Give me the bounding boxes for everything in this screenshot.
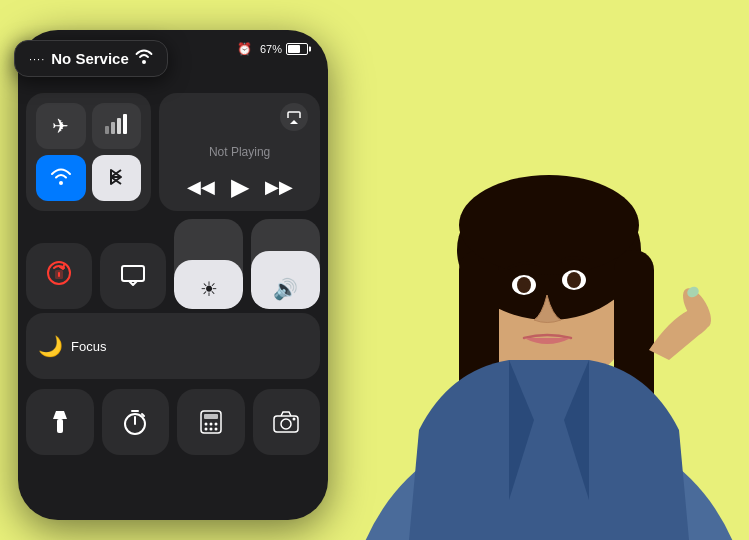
- cellular-button[interactable]: [92, 103, 142, 149]
- moon-icon: 🌙: [38, 334, 63, 358]
- flashlight-button[interactable]: [26, 389, 94, 455]
- brightness-icon: ☀: [200, 277, 218, 301]
- cellular-icon: [105, 114, 127, 139]
- svg-rect-15: [117, 118, 121, 134]
- svg-rect-20: [57, 419, 63, 433]
- signal-dots: ····: [29, 53, 45, 65]
- battery-fill: [288, 45, 300, 53]
- lock-rotation-icon: [46, 260, 72, 292]
- svg-rect-13: [105, 126, 109, 134]
- svg-point-24: [204, 423, 207, 426]
- battery-indicator: ⏰ 67%: [237, 42, 308, 56]
- battery-icon: [286, 43, 308, 55]
- not-playing-label: Not Playing: [171, 141, 308, 163]
- no-service-label: No Service: [51, 50, 129, 67]
- lock-rotation-button[interactable]: [26, 243, 92, 309]
- svg-point-26: [214, 423, 217, 426]
- rewind-button[interactable]: ◀◀: [187, 176, 215, 198]
- svg-point-32: [293, 418, 296, 421]
- person-image: [269, 0, 749, 540]
- control-center-grid: ✈: [18, 85, 328, 463]
- airplay-button[interactable]: [280, 103, 308, 131]
- airplane-icon: ✈: [52, 114, 69, 138]
- calculator-button[interactable]: [177, 389, 245, 455]
- airplane-mode-button[interactable]: ✈: [36, 103, 86, 149]
- svg-point-10: [567, 272, 581, 288]
- media-top: [171, 103, 308, 131]
- svg-point-25: [209, 423, 212, 426]
- camera-button[interactable]: [253, 389, 321, 455]
- connectivity-group: ✈: [26, 93, 151, 211]
- status-popup: ···· No Service: [14, 40, 168, 77]
- wifi-icon: [135, 49, 153, 68]
- battery-percent: 67%: [260, 43, 282, 55]
- row-lock-sliders: ☀ 🔊: [26, 219, 320, 309]
- bluetooth-button[interactable]: [92, 155, 142, 201]
- svg-point-31: [281, 419, 291, 429]
- row-connectivity-media: ✈: [26, 93, 320, 211]
- focus-button[interactable]: 🌙 Focus: [26, 313, 320, 379]
- svg-point-28: [209, 428, 212, 431]
- svg-point-27: [204, 428, 207, 431]
- svg-rect-16: [123, 114, 127, 134]
- media-tile: Not Playing ◀◀ ▶ ▶▶: [159, 93, 320, 211]
- phone-panel: ⏰ 67% ✈: [18, 30, 328, 520]
- timer-button[interactable]: [102, 389, 170, 455]
- mirror-icon: [120, 260, 146, 292]
- svg-point-6: [459, 175, 639, 275]
- fast-forward-button[interactable]: ▶▶: [265, 176, 293, 198]
- svg-point-29: [214, 428, 217, 431]
- bluetooth-icon: [108, 165, 124, 192]
- screen-mirror-button[interactable]: [100, 243, 166, 309]
- svg-point-8: [517, 277, 531, 293]
- bottom-tools-row: [26, 389, 320, 455]
- clock-icon: ⏰: [237, 42, 252, 56]
- volume-icon: 🔊: [273, 277, 298, 301]
- row-focus: 🌙 Focus: [26, 313, 320, 379]
- svg-rect-23: [204, 414, 218, 419]
- media-controls: ◀◀ ▶ ▶▶: [171, 173, 308, 201]
- brightness-slider[interactable]: ☀: [174, 219, 243, 309]
- svg-rect-14: [111, 122, 115, 134]
- wifi-button[interactable]: [36, 155, 86, 201]
- svg-rect-19: [122, 266, 144, 281]
- volume-slider[interactable]: 🔊: [251, 219, 320, 309]
- wifi-icon: [50, 167, 72, 190]
- play-button[interactable]: ▶: [231, 173, 249, 201]
- focus-label: Focus: [71, 339, 106, 354]
